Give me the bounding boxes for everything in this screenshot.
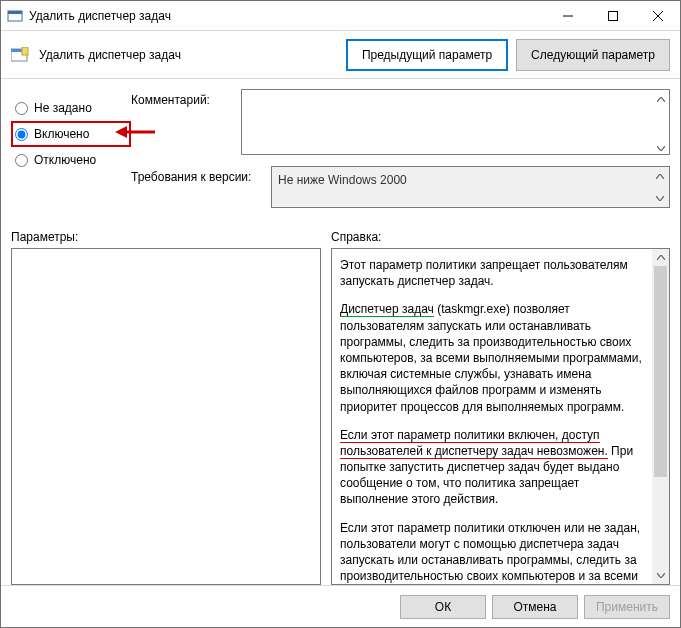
footer: ОК Отмена Применить xyxy=(1,585,680,627)
chevron-down-icon[interactable] xyxy=(652,190,668,206)
scroll-up-icon[interactable] xyxy=(652,249,669,266)
comment-label: Комментарий: xyxy=(131,89,241,158)
policy-editor-dialog: Удалить диспетчер задач Удалить диспетче… xyxy=(0,0,681,628)
radio-disabled-input[interactable] xyxy=(15,154,28,167)
help-p2: Диспетчер задач (taskmgr.exe) позволяет … xyxy=(340,301,647,414)
help-p4: Если этот параметр политики отключен или… xyxy=(340,520,647,584)
close-button[interactable] xyxy=(635,1,680,30)
help-text: Этот параметр политики запрещает пользов… xyxy=(332,249,669,584)
radio-not-configured-label: Не задано xyxy=(34,101,92,115)
radio-enabled[interactable]: Включено xyxy=(11,121,131,147)
app-icon xyxy=(7,8,23,24)
window-title: Удалить диспетчер задач xyxy=(29,9,545,23)
help-p3: Если этот параметр политики включен, дос… xyxy=(340,427,647,508)
requirements-value: Не ниже Windows 2000 xyxy=(278,173,407,187)
cancel-button[interactable]: Отмена xyxy=(492,595,578,619)
scroll-track[interactable] xyxy=(652,266,669,567)
params-panel xyxy=(11,248,321,585)
titlebar: Удалить диспетчер задач xyxy=(1,1,680,31)
svg-rect-1 xyxy=(8,11,22,14)
scroll-down-icon[interactable] xyxy=(652,567,669,584)
help-p1: Этот параметр политики запрещает пользов… xyxy=(340,257,647,289)
svg-marker-10 xyxy=(115,126,127,138)
help-panel: Этот параметр политики запрещает пользов… xyxy=(331,248,670,585)
ok-button[interactable]: ОК xyxy=(400,595,486,619)
chevron-up-icon[interactable] xyxy=(653,91,669,107)
radio-disabled[interactable]: Отключено xyxy=(11,147,131,173)
next-setting-button[interactable]: Следующий параметр xyxy=(516,39,670,71)
minimize-button[interactable] xyxy=(545,1,590,30)
params-panel-label: Параметры: xyxy=(11,230,331,244)
radio-disabled-label: Отключено xyxy=(34,153,96,167)
apply-button[interactable]: Применить xyxy=(584,595,670,619)
help-panel-label: Справка: xyxy=(331,230,381,244)
comment-textarea[interactable] xyxy=(241,89,670,155)
chevron-down-icon[interactable] xyxy=(653,140,669,156)
maximize-button[interactable] xyxy=(590,1,635,30)
radio-not-configured-input[interactable] xyxy=(15,102,28,115)
help-scrollbar[interactable] xyxy=(652,249,669,584)
chevron-up-icon[interactable] xyxy=(652,168,668,184)
header-label: Удалить диспетчер задач xyxy=(39,48,346,62)
radio-enabled-label: Включено xyxy=(34,127,89,141)
policy-icon xyxy=(11,47,31,63)
radio-enabled-input[interactable] xyxy=(15,128,28,141)
previous-setting-button[interactable]: Предыдущий параметр xyxy=(346,39,508,71)
requirements-label: Требования к версии: xyxy=(131,166,271,208)
header-row: Удалить диспетчер задач Предыдущий парам… xyxy=(1,31,680,79)
scroll-thumb[interactable] xyxy=(654,266,667,477)
requirements-box: Не ниже Windows 2000 xyxy=(271,166,670,208)
radio-not-configured[interactable]: Не задано xyxy=(11,95,131,121)
annotation-arrow xyxy=(115,125,155,139)
svg-rect-8 xyxy=(22,47,28,55)
svg-rect-3 xyxy=(608,11,617,20)
state-radio-group: Не задано Включено Отключено xyxy=(11,89,131,216)
